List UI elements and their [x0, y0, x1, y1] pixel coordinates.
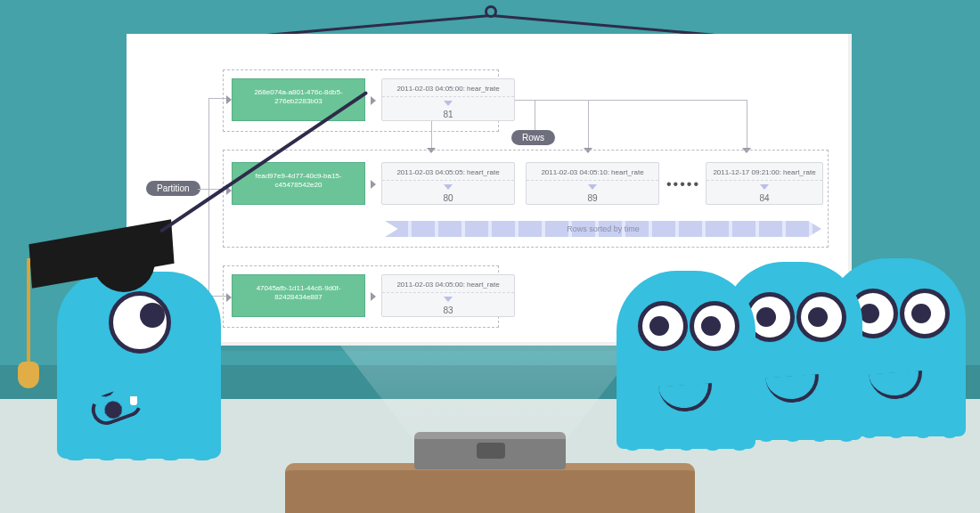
triangle-icon [760, 184, 769, 190]
triangle-icon [588, 184, 597, 190]
cell-header: 2011-02-03 04:05:05: heart_rate [382, 165, 514, 181]
tassel-icon [27, 258, 30, 365]
wire [588, 100, 589, 150]
hanger-hook-icon [485, 5, 497, 18]
cell-header: 2011-12-17 09:21:00: heart_rate [706, 165, 822, 181]
data-cell: 2011-02-03 04:05:10: heart_rate 89 [526, 162, 659, 205]
cell-header: 2011-02-03 04:05:00: hear_trate [382, 81, 514, 97]
triangle-icon [444, 184, 453, 190]
student-characters [606, 249, 980, 513]
projector-icon [414, 432, 566, 469]
rows-label: Rows [511, 130, 555, 145]
ellipsis-icon: ••••• [666, 176, 700, 192]
data-cell: 2011-02-03 04:05:00: hear_trate 81 [381, 78, 515, 121]
arrowhead-icon [371, 180, 376, 189]
wire [747, 100, 747, 150]
arrowhead-icon [371, 292, 376, 301]
cell-header: 2011-02-03 04:05:00: heart_rate [382, 277, 514, 293]
triangle-icon [444, 101, 453, 106]
sorted-band: Rows sorted by time [385, 221, 821, 237]
data-cell: 2011-02-03 04:05:00: heart_rate 83 [381, 274, 515, 317]
partition-key: 268e074a-a801-476c-8db5-276eb2283b03 [232, 78, 365, 121]
wire [535, 100, 535, 130]
partition-label: Partition [146, 181, 200, 196]
cell-header: 2011-02-03 04:05:10: heart_rate [527, 165, 658, 181]
sorted-label: Rows sorted by time [567, 224, 640, 233]
cell-value: 81 [443, 110, 453, 119]
triangle-icon [444, 297, 453, 302]
data-cell: 2011-02-03 04:05:05: heart_rate 80 [381, 162, 515, 205]
partition-key: 47045afb-1d11-44c6-9d0f-82428434e887 [232, 274, 365, 317]
data-cell: 2011-12-17 09:21:00: heart_rate 84 [706, 162, 823, 205]
cell-value: 80 [443, 193, 453, 203]
cell-value: 84 [759, 193, 769, 203]
arrowhead-icon [371, 96, 376, 105]
cell-value: 83 [443, 305, 453, 315]
cell-value: 89 [587, 193, 597, 203]
projector-lens-icon [477, 443, 505, 459]
